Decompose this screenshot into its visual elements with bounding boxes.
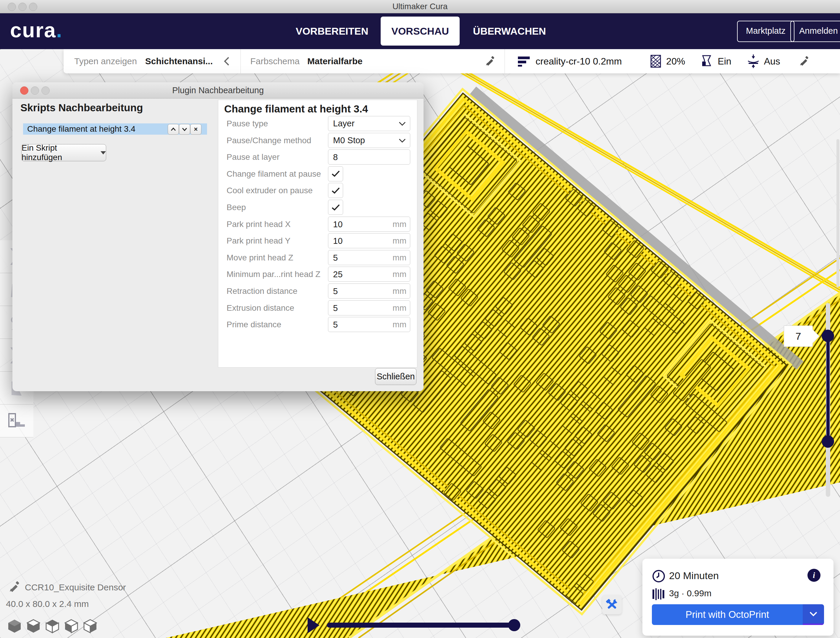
layer-slider-lower-handle[interactable] [822,435,834,448]
field-select[interactable]: Layer [328,116,410,131]
check-icon [332,171,340,177]
hammer-wrench-icon [605,598,619,611]
field-label: Park print head Y [227,236,291,245]
print-button-group: Print with OctoPrint [652,604,824,625]
field-checkbox[interactable] [328,200,343,215]
view-3d-icon[interactable] [8,619,21,633]
view-options-toolbar: Typen anzeigen Schichtenansi... Farbsche… [63,49,840,73]
scripts-heading: Skripts Nachbearbeitung [21,102,143,114]
cura-logo: cura. [10,18,62,42]
window-titlebar: Ultimaker Cura [0,0,840,13]
field-input[interactable] [328,150,390,165]
field-checkbox[interactable] [328,183,343,198]
field-label: Prime distance [227,320,281,329]
rename-pencil-icon[interactable] [8,581,21,594]
field-input[interactable] [328,317,390,332]
viewport-scrollbar[interactable] [837,139,839,287]
field-unit: mm [393,233,406,248]
color-scheme-dropdown[interactable]: Materialfarbe [307,56,363,66]
field-label: Retraction distance [227,287,298,296]
marketplace-button[interactable]: Marktplatz [737,21,794,42]
view-front-icon[interactable] [27,619,40,633]
path-timeline-slider[interactable] [327,623,519,628]
support-icon [700,54,714,69]
chevron-down-icon [809,611,818,617]
field-unit: mm [393,284,406,298]
view-orientation-buttons [8,619,97,633]
field-input-box: mm [328,267,410,282]
field-label: Beep [227,203,246,212]
view-type-dropdown[interactable]: Schichtenansi... [145,56,213,66]
collapse-chevron-icon[interactable] [223,56,230,66]
close-dialog-button[interactable]: Schließen [375,368,417,385]
print-summary-card: 20 Minuten i 3g · 0.99m Print with OctoP… [643,559,834,636]
view-left-icon[interactable] [65,619,78,633]
move-script-down-button[interactable] [179,124,190,135]
field-unit: mm [393,267,406,282]
field-input-box [328,149,410,165]
path-timeline-handle[interactable] [508,619,520,631]
view-right-icon[interactable] [84,619,97,633]
field-input-box: mm [328,317,410,332]
caret-down-icon [101,151,106,155]
monitor-settings-button[interactable] [602,595,622,614]
printer-profile: creality-cr-10 0.2mm [536,56,622,67]
signin-button[interactable]: Anmelden [790,21,840,42]
field-unit: mm [393,250,406,265]
play-button[interactable] [308,617,319,633]
field-input[interactable] [328,217,390,232]
tab-ueberwachen[interactable]: ÜBERWACHEN [470,13,549,49]
tab-vorbereiten[interactable]: VORBEREITEN [293,13,371,49]
layer-slider-range[interactable] [826,336,830,442]
field-label: Move print head Z [227,253,294,263]
chevron-up-icon [171,128,176,131]
print-time-estimate: 20 Minuten [669,570,719,581]
infill-icon [650,54,662,69]
edit-print-settings-pencil-icon[interactable] [798,55,810,67]
print-with-octoprint-button[interactable]: Print with OctoPrint [652,604,803,625]
adhesion-value: Aus [764,56,780,67]
info-icon[interactable]: i [807,569,821,582]
layer-slider-upper-handle[interactable] [822,330,834,342]
field-input[interactable] [328,233,390,249]
per-model-settings-button[interactable] [0,405,33,437]
remove-script-button[interactable]: × [190,124,201,135]
field-input[interactable] [328,267,390,282]
layers-icon [517,55,531,68]
field-unit: mm [393,301,406,315]
model-name: CCR10_Exquisite Densor [25,583,126,592]
field-unit: mm [393,217,406,231]
app-header: cura. VORBEREITEN VORSCHAU ÜBERWACHEN Ma… [0,13,840,49]
field-label: Minimum par...rint head Z [227,269,321,279]
edit-colorscheme-pencil-icon[interactable] [484,55,496,67]
support-value: Ein [718,56,731,67]
post-processing-dialog: Plugin Nachbearbeitung Skripts Nachbearb… [13,82,423,391]
add-script-button[interactable]: Ein Skript hinzufügen [21,144,106,161]
field-label: Pause/Change method [227,136,311,145]
field-input[interactable] [328,301,390,316]
infill-value: 20% [666,56,685,67]
field-checkbox[interactable] [328,166,343,181]
material-usage-icon [652,588,666,600]
field-input[interactable] [328,250,390,266]
model-dimensions: 40.0 x 80.0 x 2.4 mm [6,599,89,609]
clock-icon [652,569,665,583]
color-scheme-label: Farbschema [250,56,300,66]
script-settings-title: Change filament at height 3.4 [224,103,368,115]
dialog-titlebar: Plugin Nachbearbeitung [13,82,423,98]
material-usage-estimate: 3g · 0.99m [669,588,711,598]
field-select[interactable]: M0 Stop [328,133,410,148]
tab-vorschau[interactable]: VORSCHAU [381,17,459,46]
chevron-down-icon [182,128,187,131]
field-label: Change filament at pause [227,169,321,179]
field-input[interactable] [328,284,390,299]
view-top-icon[interactable] [46,619,59,633]
print-options-chevron-button[interactable] [803,604,824,625]
field-unit: mm [393,317,406,332]
window-title: Ultimaker Cura [0,0,840,13]
view-type-label: Typen anzeigen [74,56,137,66]
field-input-box: mm [328,233,410,248]
print-settings-summary[interactable]: creality-cr-10 0.2mm 20% Ein Aus [517,53,810,69]
move-script-up-button[interactable] [168,124,179,135]
layer-number-tooltip: 7 [784,326,813,347]
